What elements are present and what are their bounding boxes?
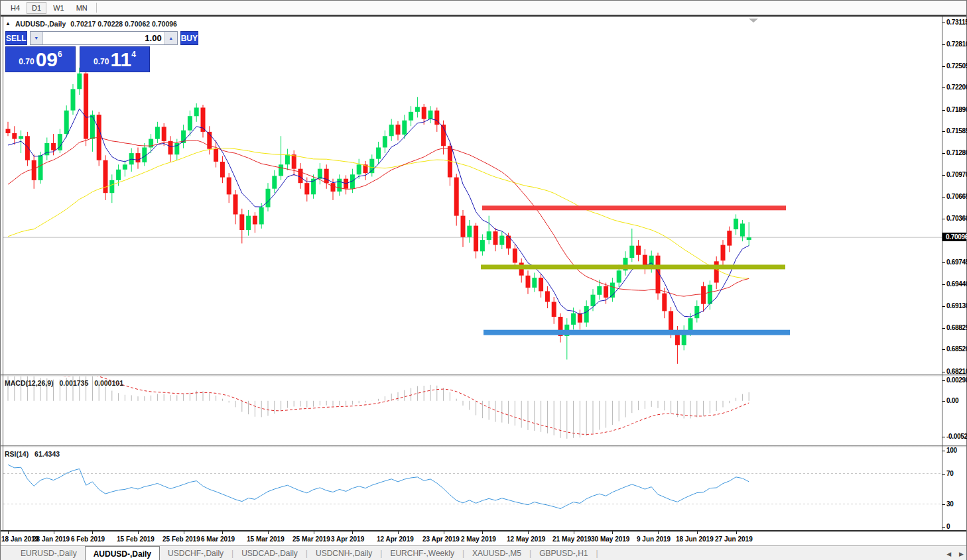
lower-support-line[interactable]	[483, 330, 790, 335]
buy-price-pip: 4	[131, 50, 136, 59]
macd-axis-label: 0.002984	[946, 376, 967, 384]
ma-slow-line	[8, 148, 749, 279]
price-axis-tick	[942, 284, 945, 285]
price-axis-tick	[942, 306, 945, 307]
rsi-axis-label: 70	[946, 470, 954, 477]
tab-gbpusd-h1[interactable]: GBPUSD-,H1	[531, 546, 596, 560]
timeframe-buttons: H4D1W1MN	[1, 2, 94, 14]
date-axis-tick	[54, 532, 54, 534]
price-axis-label: 0.71890	[946, 106, 967, 113]
timeframe-button-H4[interactable]: H4	[5, 2, 25, 14]
date-axis-label: 30 May 2019	[591, 535, 629, 543]
date-axis-label: 15 Feb 2019	[117, 535, 155, 543]
rsi-axis-tick	[942, 504, 945, 505]
chart-left-border	[3, 17, 3, 530]
price-axis-label: 0.69440	[946, 280, 967, 288]
price-axis-label: 0.69745	[946, 258, 967, 266]
sell-price-big: 09	[36, 49, 58, 70]
price-axis-tick	[942, 131, 945, 132]
tab-usdcad-daily[interactable]: USDCAD-,Daily	[233, 546, 306, 560]
chart-tabs: EURUSD-,DailyAUDUSD-,DailyUSDCHF-,Daily|…	[13, 546, 598, 560]
ma-fast-line	[8, 109, 749, 317]
price-axis-tick	[942, 197, 945, 197]
date-axis[interactable]: 18 Jan 201928 Jan 20196 Feb 201915 Feb 2…	[1, 532, 966, 545]
collapse-panel-icon[interactable]: ▲	[5, 21, 11, 27]
tab-eurusd-daily[interactable]: EURUSD-,Daily	[13, 546, 85, 560]
rsi-axis-tick	[942, 474, 945, 475]
scroll-left-icon[interactable]: ◀	[946, 551, 951, 557]
date-axis-tick	[268, 532, 269, 534]
price-axis-label: 0.70360	[946, 215, 967, 222]
tab-audusd-daily[interactable]: AUDUSD-,Daily	[85, 546, 160, 560]
price-axis-tick	[942, 349, 945, 350]
rsi-label: RSI(14) 61.4343	[5, 450, 60, 458]
date-axis-label: 3 Apr 2019	[331, 535, 364, 543]
price-axis-label: 0.69130	[946, 302, 967, 309]
chart-workspace: ▲ AUDUSD-,Daily 0.70217 0.70228 0.70062 …	[1, 15, 966, 560]
date-axis-label: 2 May 2019	[461, 535, 496, 543]
rsi-pane-canvas[interactable]	[3, 447, 942, 530]
buy-price-tile[interactable]: 0.70 11 4	[80, 46, 150, 72]
toolbar-separator	[96, 3, 97, 13]
date-axis-label: 25 Mar 2019	[292, 535, 330, 543]
sell-price-tile[interactable]: 0.70 09 6	[5, 46, 76, 72]
price-axis-tick	[942, 175, 945, 176]
date-axis-tick	[398, 532, 399, 534]
price-axis-tick	[942, 110, 945, 111]
price-axis-tick	[942, 23, 945, 23]
tab-usdcnh-daily[interactable]: USDCNH-,Daily	[308, 546, 380, 560]
volume-increase-icon[interactable]: ▲	[164, 32, 177, 44]
one-click-trading-panel: SELL ▼ ▲ BUY 0.70 09 6 0.70 11 4	[5, 31, 150, 72]
tab-xauusd-m5[interactable]: XAUUSD-,M5	[464, 546, 529, 560]
price-axis-label: 0.71280	[946, 149, 967, 156]
chart-ohlc-values: 0.70217 0.70228 0.70062 0.70096	[70, 20, 177, 28]
date-axis-label: 25 Feb 2019	[162, 535, 200, 543]
sell-price-pip: 6	[58, 50, 62, 59]
date-axis-tick	[612, 532, 613, 534]
price-axis[interactable]: 0.731150.728100.725050.722000.718900.715…	[942, 17, 966, 530]
timeframe-button-W1[interactable]: W1	[48, 2, 70, 14]
date-axis-tick	[444, 532, 444, 534]
volume-decrease-icon[interactable]: ▼	[31, 32, 43, 44]
mid-support-line[interactable]	[481, 264, 785, 269]
macd-label: MACD(12,26,9) 0.001735 0.000101	[5, 379, 123, 387]
price-axis-tick	[942, 262, 945, 263]
date-axis-tick	[8, 532, 9, 534]
date-axis-tick	[736, 532, 737, 534]
rsi-axis-label: 30	[946, 500, 954, 508]
macd-axis-tick	[942, 401, 945, 402]
date-axis-tick	[184, 532, 184, 534]
price-axis-label: 0.68825	[946, 324, 967, 331]
tab-separator: |	[596, 546, 598, 560]
sell-button[interactable]: SELL	[5, 31, 27, 45]
tab-usdchf-daily[interactable]: USDCHF-,Daily	[160, 546, 231, 560]
macd-axis-tick	[942, 380, 945, 381]
timeframe-button-D1[interactable]: D1	[27, 2, 46, 14]
resistance-line[interactable]	[482, 205, 786, 210]
volume-input[interactable]	[43, 32, 164, 44]
date-axis-tick	[482, 532, 483, 534]
rsi-axis-tick	[942, 527, 945, 528]
price-axis-label: 0.72200	[946, 84, 967, 91]
timeframe-toolbar: H4D1W1MN	[1, 1, 966, 15]
rsi-axis-tick	[942, 451, 945, 451]
price-axis-tick	[942, 328, 945, 329]
tab-eurchf-weekly[interactable]: EURCHF-,Weekly	[382, 546, 462, 560]
date-axis-label: 23 Apr 2019	[422, 535, 460, 543]
price-axis-label: 0.70665	[946, 193, 967, 200]
date-axis-tick	[138, 532, 139, 534]
chart-shift-marker-icon[interactable]	[749, 19, 758, 23]
buy-button[interactable]: BUY	[180, 31, 198, 45]
date-axis-tick	[314, 532, 314, 534]
date-axis-tick	[697, 532, 698, 534]
price-axis-tick	[942, 153, 945, 154]
date-axis-tick	[528, 532, 529, 534]
macd-pane-canvas[interactable]	[3, 376, 942, 445]
scroll-right-icon[interactable]: ▶	[959, 551, 964, 557]
macd-axis-label: 0.00	[946, 397, 958, 404]
timeframe-button-MN[interactable]: MN	[71, 2, 93, 14]
price-axis-label: 0.68210	[946, 368, 967, 375]
chart-symbol-label: AUDUSD-,Daily	[15, 20, 66, 28]
price-axis-label: 0.72810	[946, 40, 967, 48]
date-axis-label: 9 Jun 2019	[637, 535, 671, 543]
